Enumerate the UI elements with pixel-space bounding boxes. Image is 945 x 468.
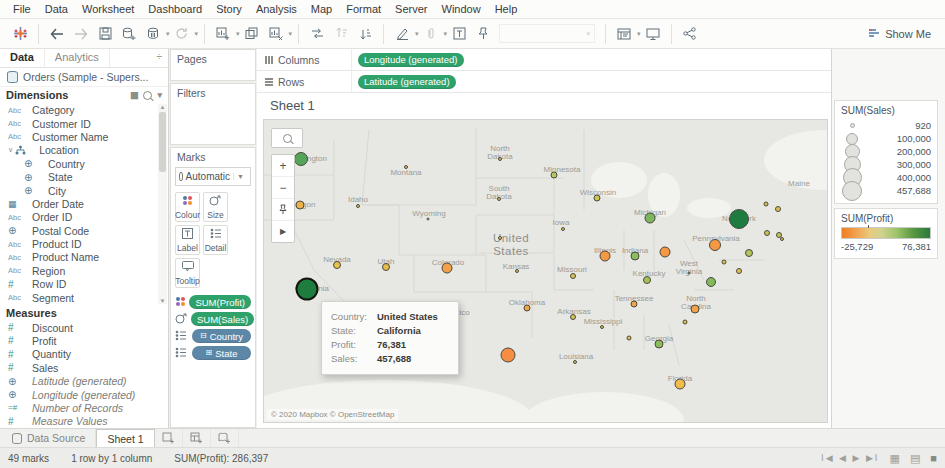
dimensions-scrollbar[interactable]: ▲▼ [158,104,167,305]
map-mark-new-york[interactable] [729,209,749,229]
menu-item-window[interactable]: Window [435,3,488,15]
map-mark-wisconsin[interactable] [594,195,601,202]
field-category[interactable]: AbcCategory [0,104,168,117]
filters-shelf[interactable]: Filters [170,83,256,145]
map-mark-wyoming[interactable] [427,218,430,221]
map-mark-west-virginia[interactable] [688,272,691,275]
toolbar-fix-axes[interactable] [473,23,493,45]
show-me-button[interactable]: Show Me [868,28,937,40]
field-order-date[interactable]: ▦Order Date [0,197,168,210]
map-mark-north-carolina[interactable] [691,305,700,314]
chevron-down-icon[interactable]: ▾ [195,30,199,38]
map-view[interactable]: + − ▶ MontanaNorth DakotaSouth DakotaIda… [263,119,828,423]
map-mark-rhode-island[interactable] [780,237,784,241]
map-mark-virginia[interactable] [706,277,716,287]
field-segment[interactable]: AbcSegment [0,291,168,304]
menu-item-analysis[interactable]: Analysis [249,3,304,15]
new-dashboard-tab-button[interactable] [183,429,211,447]
fit-selector[interactable]: ▾ [499,24,595,43]
marks-button-size[interactable]: Size [203,192,228,222]
field-quantity[interactable]: #Quantity [0,348,168,361]
chevron-down-icon[interactable]: ▾ [236,30,240,38]
map-mark-idaho[interactable] [356,204,360,208]
map-mark-maryland[interactable] [722,260,727,265]
map-mark-missouri[interactable] [570,273,576,279]
toolbar-pause-auto-updates[interactable] [143,23,163,45]
field-state[interactable]: ⊕State [0,170,168,183]
expand-box-icon[interactable]: ⊞ [206,349,213,357]
map-mark-louisiana[interactable] [573,360,577,364]
marks-button-tooltip[interactable]: Tooltip [175,258,200,288]
map-mark-nebraska[interactable] [498,236,502,240]
map-mark-alabama[interactable] [627,336,632,341]
map-mark-pennsylvania[interactable] [709,239,721,251]
menu-item-story[interactable]: Story [209,3,249,15]
map-mark-kentucky[interactable] [643,276,651,284]
field-longitude-generated-[interactable]: ⊕Longitude (generated) [0,388,168,401]
new-worksheet-tab-button[interactable] [155,429,183,447]
map-mark-tennessee[interactable] [631,301,638,308]
toolbar-new-data-source[interactable] [119,23,139,45]
toolbar-run-auto-updates[interactable] [172,23,192,45]
map-mark-michigan[interactable] [645,213,656,224]
toolbar-tableau-logo[interactable] [10,23,30,45]
field-region[interactable]: AbcRegion [0,264,168,277]
sales-size-legend[interactable]: SUM(Sales) 920100,000200,000300,000400,0… [834,100,938,204]
chevron-down-icon[interactable]: ▾ [637,30,641,38]
field-city[interactable]: ⊕City [0,184,168,197]
field-row-id[interactable]: #Row ID [0,278,168,291]
pill-state[interactable]: ⊞State [192,346,251,360]
expand-caret-icon[interactable]: ∨ [8,146,13,154]
field-product-name[interactable]: AbcProduct Name [0,251,168,264]
toolbar-sort-descending[interactable] [355,23,375,45]
map-mark-kansas[interactable] [515,269,519,273]
map-mark-california[interactable] [296,278,319,301]
field-country[interactable]: ⊕Country [0,157,168,170]
pane-control-icon[interactable]: ÷ [157,49,169,67]
pill-sum-profit-[interactable]: SUM(Profit) [189,295,251,309]
sheet-tab-sheet-1[interactable]: Sheet 1 [96,429,154,447]
scroll-up-icon[interactable]: ▲ [160,104,166,110]
field-product-id[interactable]: AbcProduct ID [0,237,168,250]
field-latitude-generated-[interactable]: ⊕Latitude (generated) [0,374,168,387]
pane-menu-icon[interactable]: ▾ [157,90,162,100]
toolbar-swap-rows-columns[interactable] [307,23,327,45]
map-mark-ohio[interactable] [660,247,671,258]
map-mark-iowa[interactable] [561,227,565,231]
show-tabs-icon[interactable]: ▦ [890,452,900,465]
marks-button-label[interactable]: Label [175,225,200,255]
show-filmstrip-icon[interactable]: ▤ [910,452,920,465]
menu-item-dashboard[interactable]: Dashboard [141,3,209,15]
map-tools-expand-button[interactable]: ▶ [272,221,294,242]
toolbar-save[interactable] [95,23,115,45]
pill-sum-sales-[interactable]: SUM(Sales) [191,312,254,326]
field-profit[interactable]: #Profit [0,334,168,347]
pin-button[interactable] [272,199,294,221]
toolbar-forward[interactable] [71,23,91,45]
map-mark-north-dakota[interactable] [498,157,502,161]
map-mark-colorado[interactable] [442,263,453,274]
story-pager-icons[interactable]: Ⅰ◀ ◀ ▶ ▶Ⅰ [821,453,880,463]
map-mark-mississippi[interactable] [600,325,604,329]
tab-analytics[interactable]: Analytics [45,49,110,67]
map-mark-washington[interactable] [294,152,308,166]
pages-shelf[interactable]: Pages [170,49,256,81]
map-mark-vermont[interactable] [764,202,769,207]
find-field-icon[interactable] [143,91,152,100]
sheet-tab-data-source[interactable]: Data Source [2,429,96,447]
scroll-down-icon[interactable]: ▼ [160,298,166,304]
menu-item-format[interactable]: Format [339,3,388,15]
chevron-down-icon[interactable]: ▾ [289,30,293,38]
map-mark-texas[interactable] [501,348,516,363]
field-number-of-records[interactable]: =#Number of Records [0,401,168,414]
toolbar-show-mark-labels[interactable] [449,23,469,45]
toolbar-new-worksheet[interactable] [213,23,233,45]
toolbar-clear-sheet[interactable] [266,23,286,45]
map-mark-new-hampshire[interactable] [775,206,781,212]
field-postal-code[interactable]: ⊕Postal Code [0,224,168,237]
map-mark-new-jersey[interactable] [745,249,753,257]
pill-country[interactable]: ⊟Country [192,329,251,343]
columns-shelf[interactable]: Columns Longitude (generated) [257,49,831,71]
mark-type-dropdown[interactable]: Automatic ▼ [175,167,251,186]
map-mark-montana[interactable] [404,165,408,169]
